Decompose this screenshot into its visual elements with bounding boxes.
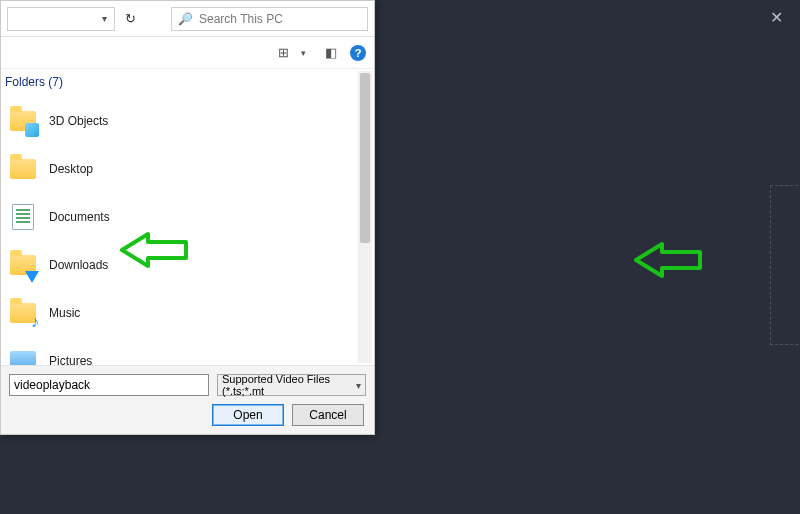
folder-item-music[interactable]: ♪ Music <box>3 289 374 337</box>
chevron-down-icon: ▾ <box>294 44 312 62</box>
group-view-button[interactable]: ⊞ ▾ <box>274 44 312 62</box>
refresh-icon[interactable]: ↻ <box>119 8 141 30</box>
folder-icon <box>9 155 37 183</box>
folder-label: Pictures <box>49 354 92 365</box>
scrollbar-thumb[interactable] <box>360 73 370 243</box>
section-header: Folders (7) <box>3 69 374 97</box>
cancel-button[interactable]: Cancel <box>292 404 364 426</box>
chevron-down-icon: ▾ <box>356 380 361 391</box>
layout-icon: ⊞ <box>274 44 292 62</box>
dialog-footer: Supported Video Files (*.ts;*.mt ▾ Open … <box>1 365 374 434</box>
search-placeholder: Search This PC <box>199 12 283 26</box>
filter-label: Supported Video Files (*.ts;*.mt <box>222 373 356 397</box>
preview-pane-icon[interactable]: ◧ <box>322 44 340 62</box>
folder-item-documents[interactable]: Documents <box>3 193 374 241</box>
downloads-icon <box>9 251 37 279</box>
help-icon[interactable]: ? <box>350 45 366 61</box>
folder-label: Documents <box>49 210 110 224</box>
folder-list: 3D Objects Desktop Documents Downloads ♪ <box>3 97 374 365</box>
video-dropzone[interactable]: Video to GIF Add a video to GIF Maker <box>770 185 800 345</box>
file-open-dialog: ▾ ↻ 🔍 Search This PC ⊞ ▾ ◧ ? Folders (7)… <box>0 0 375 435</box>
chevron-down-icon[interactable]: ▾ <box>102 13 107 24</box>
search-icon: 🔍 <box>178 12 193 26</box>
folder-item-desktop[interactable]: Desktop <box>3 145 374 193</box>
scrollbar[interactable] <box>358 71 372 363</box>
open-button[interactable]: Open <box>212 404 284 426</box>
folder-item-downloads[interactable]: Downloads <box>3 241 374 289</box>
folder-icon <box>9 107 37 135</box>
documents-icon <box>9 203 37 231</box>
folder-label: Desktop <box>49 162 93 176</box>
folder-item-pictures[interactable]: Pictures <box>3 337 374 365</box>
search-input[interactable]: 🔍 Search This PC <box>171 7 368 31</box>
music-icon: ♪ <box>9 299 37 327</box>
app-background: ✕ Video to GIF Add a video to GIF Maker <box>370 0 800 514</box>
folder-label: Music <box>49 306 80 320</box>
folder-label: 3D Objects <box>49 114 108 128</box>
dialog-view-toolbar: ⊞ ▾ ◧ ? <box>1 37 374 69</box>
folder-item-3d-objects[interactable]: 3D Objects <box>3 97 374 145</box>
filename-input[interactable] <box>9 374 209 396</box>
folder-label: Downloads <box>49 258 108 272</box>
file-type-filter[interactable]: Supported Video Files (*.ts;*.mt ▾ <box>217 374 366 396</box>
pictures-icon <box>9 347 37 365</box>
close-icon[interactable]: ✕ <box>766 8 786 28</box>
dialog-address-bar: ▾ ↻ 🔍 Search This PC <box>1 1 374 37</box>
breadcrumb[interactable]: ▾ <box>7 7 115 31</box>
dialog-body: Folders (7) 3D Objects Desktop Documents <box>1 69 374 365</box>
